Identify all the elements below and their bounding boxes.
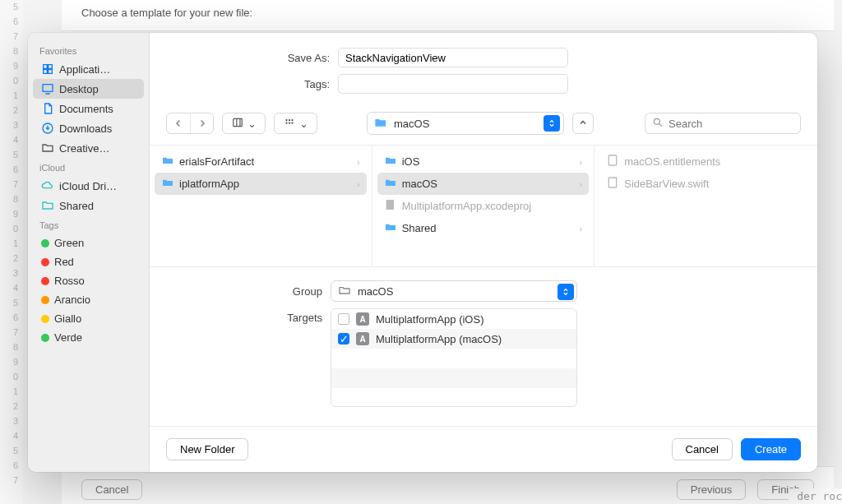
folder-row[interactable]: erialsForArtifact › [155, 150, 367, 173]
expand-button[interactable] [572, 113, 594, 134]
sidebar-item-documents[interactable]: Documents [33, 99, 144, 118]
tag-dot-icon [41, 315, 49, 323]
sidebar-item-label: Giallo [54, 312, 81, 325]
nav-forward-button[interactable] [190, 113, 213, 133]
target-label: MultiplatformApp (iOS) [376, 313, 483, 326]
dialog-footer: New Folder Cancel Create [150, 426, 817, 472]
folder-row[interactable]: iplatformApp › [155, 173, 367, 195]
template-sheet-label: Choose a template for your new file: [81, 7, 252, 19]
sidebar-item-label: iCloud Dri… [59, 180, 117, 192]
sidebar-item-desktop[interactable]: Desktop [33, 79, 144, 99]
bg-previous-button[interactable]: Previous [677, 479, 747, 500]
folder-label: iplatformApp [179, 178, 239, 190]
search-field[interactable] [645, 113, 801, 134]
sidebar-section-tags: Tags [28, 215, 149, 234]
sidebar-section-favorites: Favorites [28, 41, 149, 59]
column-browser: erialsForArtifact › iplatformApp › iOS › [150, 146, 817, 267]
folder-row[interactable]: iOS › [377, 150, 590, 173]
location-popup[interactable]: macOS [367, 112, 564, 135]
file-label: MultiplatformApp.xcodeproj [402, 200, 532, 212]
tag-dot-icon [41, 277, 49, 285]
search-input[interactable] [669, 118, 807, 130]
sidebar-item-applications[interactable]: Applicati… [33, 59, 144, 79]
applications-icon [41, 62, 54, 76]
chevron-right-icon: › [580, 179, 583, 189]
sidebar-tag-giallo[interactable]: Giallo [33, 309, 144, 328]
folder-icon [384, 220, 397, 236]
svg-rect-10 [386, 200, 393, 210]
folder-row[interactable]: macOS › [377, 173, 590, 195]
create-button[interactable]: Create [741, 438, 801, 460]
sidebar-tag-verde[interactable]: Verde [33, 328, 144, 347]
lower-form: Group macOS Targets A MultiplatformApp (… [150, 267, 817, 422]
sidebar-item-shared[interactable]: Shared [33, 196, 144, 215]
sidebar-tag-red[interactable]: Red [33, 252, 144, 271]
bg-cancel-button[interactable]: Cancel [81, 479, 142, 500]
svg-rect-0 [43, 85, 53, 92]
documents-icon [41, 102, 54, 115]
file-label: SideBarView.swift [624, 178, 709, 190]
target-row-empty [331, 349, 576, 368]
svg-point-9 [654, 118, 659, 124]
group-label: Group [183, 285, 322, 298]
browser-column-3[interactable]: macOS.entitlements SideBarView.swift [594, 146, 817, 266]
chevron-right-icon: › [357, 157, 360, 167]
cloud-icon [41, 179, 54, 192]
tags-label: Tags: [169, 78, 330, 90]
sidebar-item-downloads[interactable]: Downloads [33, 118, 144, 138]
save-as-label: Save As: [169, 52, 330, 64]
browser-column-2[interactable]: iOS › macOS › MultiplatformApp.xcodeproj… [372, 146, 595, 266]
sidebar-item-label: Verde [54, 331, 82, 344]
folder-icon [374, 116, 387, 132]
sidebar-item-label: Shared [59, 200, 94, 212]
downloads-icon [41, 122, 54, 135]
sidebar-item-label: Creative… [59, 142, 109, 155]
sidebar-tag-green[interactable]: Green [33, 234, 144, 252]
sidebar-item-creative[interactable]: Creative… [33, 138, 144, 158]
sidebar-item-label: Red [54, 256, 74, 268]
browser-column-1[interactable]: erialsForArtifact › iplatformApp › [150, 146, 372, 266]
browser-toolbar: ⌄ ⌄ macOS [150, 107, 817, 146]
search-icon [652, 117, 664, 131]
xcodeproj-icon [384, 198, 397, 214]
save-form: Save As: Tags: [150, 33, 817, 107]
file-row[interactable]: macOS.entitlements [599, 150, 812, 173]
svg-rect-11 [609, 155, 617, 165]
entitlements-icon [606, 154, 619, 169]
tag-dot-icon [41, 239, 49, 247]
folder-icon [384, 176, 397, 192]
target-checkbox[interactable] [338, 313, 349, 325]
view-columns-button[interactable]: ⌄ [222, 113, 266, 134]
code-snippet: der roc [789, 488, 842, 504]
sidebar-tag-arancio[interactable]: Arancio [33, 290, 144, 309]
sidebar-item-label: Green [54, 237, 84, 249]
nav-segment [166, 113, 214, 134]
save-dialog: Favorites Applicati… Desktop Documents D… [28, 33, 817, 472]
file-row[interactable]: SideBarView.swift [599, 173, 812, 195]
folder-icon [161, 154, 174, 169]
chevron-right-icon: › [580, 224, 583, 234]
svg-point-5 [292, 119, 293, 120]
cancel-button[interactable]: Cancel [672, 438, 733, 460]
nav-back-button[interactable] [167, 113, 190, 133]
sidebar-item-label: Documents [59, 103, 113, 115]
target-checkbox[interactable]: ✓ [338, 333, 349, 344]
new-folder-button[interactable]: New Folder [166, 438, 248, 460]
sidebar-item-icloud-drive[interactable]: iCloud Dri… [33, 176, 144, 196]
desktop-icon [41, 82, 54, 95]
file-row[interactable]: MultiplatformApp.xcodeproj [377, 195, 590, 217]
target-row[interactable]: ✓ A MultiplatformApp (macOS) [331, 329, 576, 349]
tags-input[interactable] [338, 74, 568, 94]
template-sheet-title: Choose a template for your new file: [62, 0, 834, 31]
chevron-right-icon: › [580, 157, 583, 167]
sidebar-tag-rosso[interactable]: Rosso [33, 271, 144, 290]
swift-file-icon [606, 176, 619, 192]
folder-row[interactable]: Shared › [377, 217, 590, 239]
svg-point-8 [292, 123, 293, 123]
view-grid-button[interactable]: ⌄ [274, 113, 317, 134]
target-row[interactable]: A MultiplatformApp (iOS) [331, 309, 576, 329]
folder-icon [41, 141, 54, 155]
target-row-empty [331, 388, 576, 407]
save-as-input[interactable] [338, 48, 568, 67]
group-popup[interactable]: macOS [331, 280, 577, 302]
